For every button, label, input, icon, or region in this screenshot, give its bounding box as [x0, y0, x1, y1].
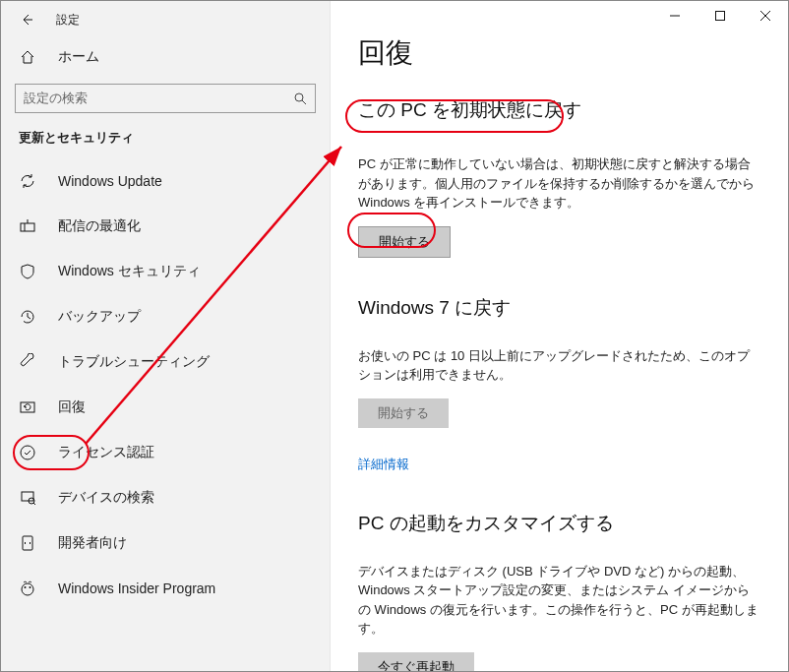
sidebar-item-label: ライセンス認証 [58, 444, 154, 461]
reset-start-button[interactable]: 開始する [358, 226, 451, 258]
back-button[interactable] [19, 12, 34, 28]
search-icon [293, 92, 307, 105]
page-heading: 回復 [358, 34, 760, 72]
svg-point-8 [25, 586, 27, 588]
section-title: Windows 7 に戻す [358, 295, 511, 321]
restart-now-button[interactable]: 今すぐ再起動 [358, 652, 474, 673]
sidebar-item-label: デバイスの検索 [58, 489, 154, 507]
section-desc: お使いの PC は 10 日以上前にアップグレードされたため、このオプションは利… [358, 346, 760, 385]
recovery-icon [19, 398, 36, 416]
main-pane: 回復 この PC を初期状態に戻す PC が正常に動作していない場合は、初期状態… [331, 1, 788, 671]
sidebar-item-delivery-opt[interactable]: 配信の最適化 [1, 204, 330, 249]
nav-home-label: ホーム [58, 48, 99, 66]
home-icon [19, 48, 36, 66]
goback-start-button: 開始する [358, 398, 449, 428]
section-desc: デバイスまたはディスク (USB ドライブや DVD など) からの起動、Win… [358, 562, 760, 639]
sidebar-item-label: Windows Insider Program [58, 580, 215, 596]
svg-point-0 [295, 93, 303, 101]
section-reset-pc: この PC を初期状態に戻す PC が正常に動作していない場合は、初期状態に戻す… [358, 97, 760, 258]
sidebar-item-label: 配信の最適化 [58, 217, 141, 235]
window-title: 設定 [56, 12, 80, 29]
arrow-left-icon [20, 13, 33, 27]
sidebar-item-label: 回復 [58, 398, 86, 416]
section-title: PC の起動をカスタマイズする [358, 511, 614, 536]
wrench-icon [19, 353, 36, 371]
sidebar-item-activation[interactable]: ライセンス認証 [1, 430, 330, 475]
developer-icon [19, 534, 36, 552]
svg-rect-4 [22, 492, 33, 501]
svg-rect-10 [716, 12, 725, 21]
close-button[interactable] [743, 1, 788, 31]
section-advanced-startup: PC の起動をカスタマイズする デバイスまたはディスク (USB ドライブや D… [358, 511, 760, 673]
maximize-button[interactable] [698, 1, 743, 31]
sidebar-item-windows-update[interactable]: Windows Update [1, 158, 330, 204]
check-icon [19, 444, 36, 461]
minimize-icon [670, 11, 680, 21]
maximize-icon [715, 11, 725, 21]
sidebar-item-label: Windows Update [58, 173, 162, 189]
location-icon [19, 489, 36, 507]
svg-rect-1 [21, 223, 34, 231]
insider-icon [19, 580, 36, 597]
sidebar-item-recovery[interactable]: 回復 [1, 385, 330, 430]
section-goback: Windows 7 に戻す お使いの PC は 10 日以上前にアップグレードさ… [358, 295, 760, 473]
section-header: 更新とセキュリティ [1, 129, 330, 158]
sidebar-item-label: 開発者向け [58, 534, 127, 552]
sidebar-item-developers[interactable]: 開発者向け [1, 520, 330, 566]
window-controls [652, 1, 788, 31]
search-input[interactable]: 設定の検索 [15, 84, 316, 113]
sync-icon [19, 172, 36, 190]
sidebar-item-troubleshoot[interactable]: トラブルシューティング [1, 339, 330, 385]
delivery-icon [19, 217, 36, 235]
svg-point-9 [30, 586, 31, 588]
section-title: この PC を初期状態に戻す [358, 97, 581, 123]
nav-home[interactable]: ホーム [1, 38, 330, 78]
sidebar: 設定 ホーム 設定の検索 更新とセキュリティ Windows Update 配信… [1, 1, 331, 671]
sidebar-item-backup[interactable]: バックアップ [1, 294, 330, 339]
shield-icon [19, 263, 36, 280]
section-desc: PC が正常に動作していない場合は、初期状態に戻すと解決する場合があります。個人… [358, 154, 760, 213]
sidebar-item-insider[interactable]: Windows Insider Program [1, 566, 330, 611]
titlebar: 設定 [1, 1, 330, 38]
sidebar-item-label: Windows セキュリティ [58, 263, 201, 280]
sidebar-item-security[interactable]: Windows セキュリティ [1, 249, 330, 294]
svg-point-3 [21, 446, 34, 459]
close-icon [760, 11, 770, 21]
minimize-button[interactable] [652, 1, 698, 31]
sidebar-item-find-device[interactable]: デバイスの検索 [1, 475, 330, 520]
sidebar-item-label: バックアップ [58, 308, 141, 326]
svg-point-7 [22, 583, 33, 595]
backup-icon [19, 308, 36, 326]
sidebar-item-label: トラブルシューティング [58, 353, 210, 371]
search-placeholder: 設定の検索 [24, 90, 88, 107]
more-info-link[interactable]: 詳細情報 [358, 456, 760, 473]
